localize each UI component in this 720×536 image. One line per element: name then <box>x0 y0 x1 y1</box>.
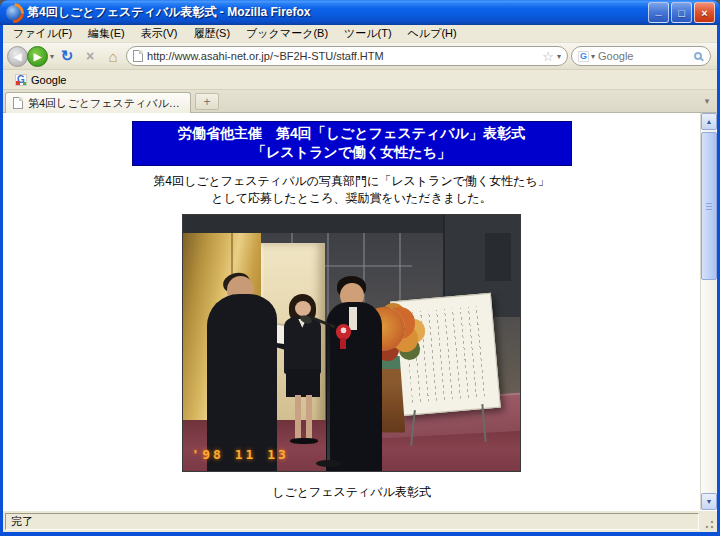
back-button[interactable]: ◀ <box>7 46 28 67</box>
menu-history[interactable]: 履歴(S) <box>185 25 238 42</box>
tab-list-dropdown-icon[interactable]: ▾ <box>699 93 715 109</box>
photo-red-rosette <box>336 324 352 340</box>
search-engine-dropdown-icon[interactable]: ▾ <box>591 52 595 61</box>
bookmark-label: Google <box>31 74 66 86</box>
menu-edit[interactable]: 編集(E) <box>80 25 133 42</box>
minimize-button[interactable]: _ <box>648 2 669 23</box>
search-input[interactable] <box>598 50 691 62</box>
new-tab-button[interactable]: + <box>195 93 219 110</box>
bookmarks-toolbar: G Google <box>3 70 717 90</box>
url-input[interactable] <box>147 50 538 62</box>
banner-line1: 労働省他主催 第4回「しごとフェスティバル」表彰式 <box>137 124 567 143</box>
title-bar: 第4回しごとフェスティバル表彰式 - Mozilla Firefox _ □ × <box>0 0 720 25</box>
menu-bar: ファイル(F) 編集(E) 表示(V) 履歴(S) ブックマーク(B) ツール(… <box>3 25 717 43</box>
photo-right-man-shirt <box>349 307 356 330</box>
resize-grip[interactable] <box>699 513 715 530</box>
site-favicon <box>133 50 143 62</box>
menu-help[interactable]: ヘルプ(H) <box>400 25 465 42</box>
photo-left-man-body <box>207 294 278 471</box>
intro-text: 第4回しごとフェスティバルの写真部門に「レストランで働く女性たち」 として応募し… <box>3 173 700 207</box>
window-title: 第4回しごとフェスティバル表彰式 - Mozilla Firefox <box>27 4 648 21</box>
photo-woman-face <box>295 301 311 316</box>
tab-title: 第4回しごとフェスティバル表彰式 <box>28 96 183 111</box>
close-button[interactable]: × <box>694 2 715 23</box>
intro-line2: として応募したところ、奨励賞をいただきました。 <box>3 190 700 207</box>
page-banner: 労働省他主催 第4回「しごとフェスティバル」表彰式 「レストランで働く女性たち」 <box>132 121 572 166</box>
search-engine-icon[interactable]: G <box>578 51 589 62</box>
menu-tools[interactable]: ツール(T) <box>336 25 400 42</box>
photo-caption: しごとフェスティバル表彰式 <box>3 484 700 501</box>
photo-calligraphy-board <box>390 293 501 417</box>
photo-date-stamp: '98 11 13 <box>191 447 288 462</box>
search-icon[interactable] <box>694 52 702 60</box>
browser-window: 第4回しごとフェスティバル表彰式 - Mozilla Firefox _ □ ×… <box>0 0 720 536</box>
photo-woman-leg <box>306 395 312 439</box>
status-text: 完了 <box>5 513 699 530</box>
photo-woman-leg <box>295 395 301 439</box>
tab-favicon <box>13 97 23 109</box>
url-dropdown-icon[interactable]: ▾ <box>557 52 561 61</box>
firefox-icon[interactable] <box>6 5 22 21</box>
forward-button[interactable]: ▶ <box>27 46 48 67</box>
intro-line1: 第4回しごとフェスティバルの写真部門に「レストランで働く女性たち」 <box>3 173 700 190</box>
navigation-toolbar: ◀ ▶ ▾ ↻ × ⌂ ☆ ▾ G ▾ <box>3 43 717 70</box>
web-page: 労働省他主催 第4回「しごとフェスティバル」表彰式 「レストランで働く女性たち」… <box>3 113 700 510</box>
bookmark-item-google[interactable]: G Google <box>9 73 72 87</box>
status-bar: 完了 <box>3 510 717 532</box>
vertical-scrollbar: ▲ ▼ <box>700 113 717 510</box>
scroll-up-icon[interactable]: ▲ <box>701 113 717 130</box>
google-favicon: G <box>15 74 27 86</box>
search-box[interactable]: G ▾ <box>571 46 711 66</box>
scroll-down-icon[interactable]: ▼ <box>701 493 717 510</box>
banner-line2: 「レストランで働く女性たち」 <box>137 143 567 162</box>
url-bar[interactable]: ☆ ▾ <box>126 46 568 66</box>
scrollbar-track[interactable] <box>701 130 717 493</box>
menu-file[interactable]: ファイル(F) <box>5 25 80 42</box>
scrollbar-thumb[interactable] <box>701 132 717 280</box>
reload-icon[interactable]: ↻ <box>57 46 77 67</box>
maximize-button[interactable]: □ <box>671 2 692 23</box>
photo-microphone-stand <box>327 324 330 462</box>
bookmark-star-icon[interactable]: ☆ <box>542 49 554 64</box>
history-dropdown-icon[interactable]: ▾ <box>50 52 54 61</box>
home-icon[interactable]: ⌂ <box>103 46 123 67</box>
menu-view[interactable]: 表示(V) <box>133 25 186 42</box>
stop-icon[interactable]: × <box>80 46 100 67</box>
menu-bookmarks[interactable]: ブックマーク(B) <box>238 25 336 42</box>
tab-bar: 第4回しごとフェスティバル表彰式 + ▾ <box>3 90 717 113</box>
photo-award-ceremony: '98 11 13 <box>182 214 521 472</box>
photo-woman-skirt <box>286 369 320 397</box>
tab-active[interactable]: 第4回しごとフェスティバル表彰式 <box>5 92 191 113</box>
